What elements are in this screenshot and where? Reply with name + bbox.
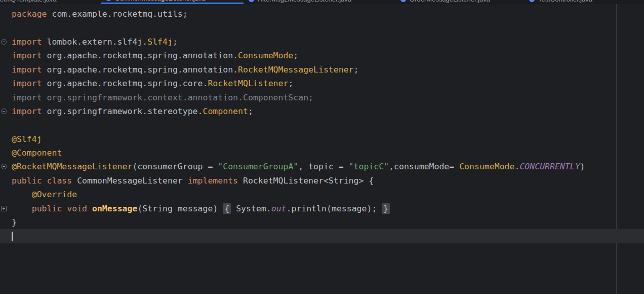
code-token: ; [173, 37, 178, 47]
code-line[interactable]: package com.example.rocketmq.utils; [0, 7, 644, 21]
editor-tab-ordermessagelistener-java[interactable]: OrderMessageListener.java [395, 0, 524, 4]
code-token: import [12, 65, 42, 75]
code-token: } [382, 203, 390, 214]
fold-expand-icon[interactable] [0, 206, 12, 211]
code-token: import [12, 106, 42, 116]
code-token: RocketMQListener<String> { [238, 176, 374, 186]
code-line[interactable]: public class CommonMessageListener imple… [0, 174, 644, 188]
code-token: ConsumeMode [459, 162, 514, 171]
code-line[interactable]: import org.springframework.stereotype.Co… [0, 104, 644, 118]
java-class-icon [106, 0, 111, 1]
text-caret [12, 232, 13, 241]
fold-collapse-icon[interactable] [0, 39, 12, 45]
code-token [12, 204, 32, 213]
code-token: class [47, 176, 72, 186]
code-text: import org.springframework.stereotype.Co… [12, 106, 253, 116]
editor-tab-testcontroller-java[interactable]: TestController.java [524, 0, 644, 4]
code-token: ; [293, 51, 298, 60]
code-token: RocketMQMessageListener [238, 65, 353, 75]
java-class-icon [529, 0, 535, 2]
code-line[interactable]: @RocketMQMessageListener(consumerGroup =… [0, 160, 644, 173]
code-token: .println(message); [287, 204, 382, 213]
code-token: import [12, 37, 42, 47]
code-token: @Override [32, 190, 77, 199]
code-token: package [12, 9, 47, 19]
tab-title: RocketmQTemplate.java [0, 0, 57, 3]
code-token: import [12, 51, 42, 60]
code-text: @Slf4j [12, 134, 42, 144]
code-token: org.apache.rocketmq.spring.annotation. [42, 51, 238, 60]
code-line[interactable]: } [0, 215, 644, 229]
code-token: onMessage [92, 204, 137, 213]
code-token: import [12, 79, 42, 88]
code-token: ) [580, 162, 585, 171]
fold-collapse-icon[interactable] [0, 108, 12, 114]
code-token: out [271, 204, 287, 213]
code-area[interactable]: package com.example.rocketmq.utils;impor… [0, 4, 644, 243]
code-line[interactable]: public void onMessage(String message) { … [0, 201, 644, 215]
tab-title: AfterMsg2MessageListener.java [258, 0, 351, 3]
code-token: implements [188, 176, 238, 186]
code-token: (String message) [137, 204, 223, 213]
code-line[interactable]: @Component [0, 146, 644, 160]
code-token: "topicC" [349, 162, 389, 171]
code-token: ; [248, 106, 253, 116]
fold-collapse-icon[interactable] [0, 164, 12, 169]
tab-close-icon[interactable]: × [234, 0, 238, 2]
code-token: @Component [12, 148, 62, 158]
code-token: lombok.extern.slf4j. [42, 37, 148, 47]
tab-title: TestController.java [538, 0, 592, 3]
code-line[interactable]: import org.apache.rocketmq.spring.annota… [0, 63, 644, 77]
code-token: public [32, 204, 62, 213]
code-line[interactable]: import org.apache.rocketmq.spring.annota… [0, 49, 644, 62]
code-line[interactable] [0, 229, 644, 243]
code-text: import org.apache.rocketmq.spring.core.R… [12, 79, 293, 88]
code-token [42, 176, 47, 186]
fold-collapse-glyph [1, 39, 7, 45]
code-token: import org.springframework.context.annot… [12, 93, 313, 102]
code-text: package com.example.rocketmq.utils; [12, 9, 188, 19]
fold-collapse-glyph [1, 108, 7, 114]
tab-title: OrderMessageListener.java [410, 0, 490, 3]
code-line[interactable]: @Slf4j [0, 132, 644, 146]
editor-tab-rocketmqtemplate-java[interactable]: RocketmQTemplate.java [0, 0, 97, 4]
code-text: import lombok.extern.slf4j.Slf4j; [12, 37, 178, 47]
code-token: org.apache.rocketmq.spring.core. [42, 79, 208, 88]
code-token: com.example.rocketmq.utils; [47, 9, 188, 19]
code-token: { [223, 203, 231, 214]
editor-tab-aftermsg2messagelistener-java[interactable]: AfterMsg2MessageListener.java [244, 0, 395, 4]
code-token: ; [288, 79, 293, 88]
code-token [12, 190, 32, 199]
tab-bar: RocketmQTemplate.javaCommonMessageListen… [0, 0, 644, 4]
code-token: } [12, 217, 17, 227]
code-token: public [12, 176, 42, 186]
code-token: @Slf4j [12, 134, 42, 144]
code-token: Slf4j [147, 37, 173, 47]
code-text: @Override [12, 190, 77, 199]
code-text: import org.apache.rocketmq.spring.annota… [12, 65, 358, 75]
code-line[interactable]: import org.apache.rocketmq.spring.core.R… [0, 77, 644, 90]
code-token: System. [231, 204, 271, 213]
code-text: public class CommonMessageListener imple… [12, 176, 374, 186]
code-token: org.springframework.stereotype. [42, 106, 203, 116]
code-line[interactable]: import lombok.extern.slf4j.Slf4j; [0, 35, 644, 49]
editor[interactable]: package com.example.rocketmq.utils;impor… [0, 4, 644, 294]
code-text: public void onMessage(String message) { … [12, 204, 390, 213]
code-token: ConsumeMode [238, 51, 293, 60]
code-token: void [67, 204, 87, 213]
code-token: ; [354, 65, 359, 75]
code-line[interactable] [0, 118, 644, 132]
editor-tab-commonmessagelistener-java[interactable]: CommonMessageListener.java× [101, 0, 244, 4]
code-token: Component [203, 106, 248, 116]
code-line[interactable] [0, 21, 644, 34]
code-token: CommonMessageListener [72, 176, 187, 186]
code-token [87, 204, 92, 213]
code-token: , topic = [298, 162, 348, 171]
code-token: RocketMQListener [208, 79, 288, 88]
code-text: } [12, 217, 17, 227]
code-token: (consumerGroup = [132, 162, 218, 171]
code-line[interactable]: import org.springframework.context.annot… [0, 90, 644, 104]
code-line[interactable]: @Override [0, 188, 644, 201]
code-token: . [514, 162, 519, 171]
fold-collapse-glyph [1, 164, 7, 169]
